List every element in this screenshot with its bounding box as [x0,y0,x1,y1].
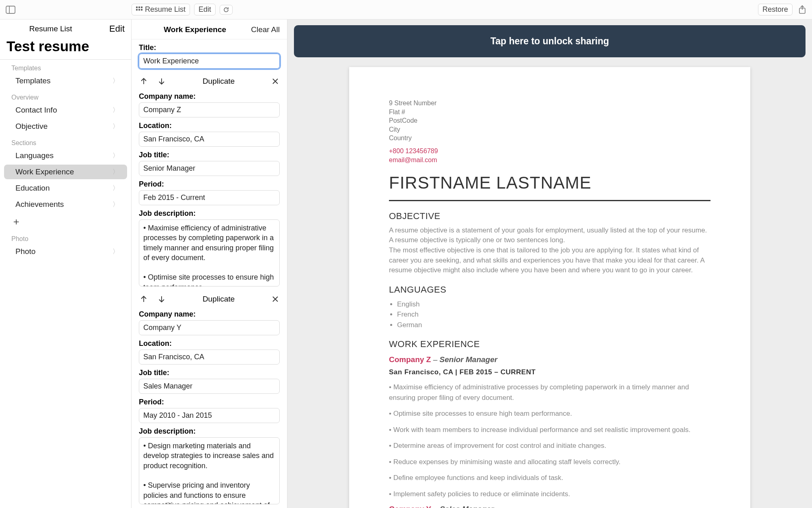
company-input[interactable] [139,320,280,335]
sidebar-edit[interactable]: Edit [109,24,125,34]
svg-rect-4 [141,7,143,8]
chevron-right-icon: 〉 [112,200,119,209]
label-period: Period: [132,394,287,408]
unlock-sharing-banner[interactable]: Tap here to unlock sharing [294,25,806,57]
grid-icon [136,7,143,13]
chevron-right-icon: 〉 [112,184,119,193]
language-item: French [397,309,710,320]
move-up-button[interactable] [140,77,148,85]
restore-button[interactable]: Restore [758,4,793,15]
job-title-input[interactable] [139,379,280,394]
job-role: Senior Manager [440,355,498,364]
sidebar-item-achievements[interactable]: Achievements 〉 [4,197,127,212]
group-sections: Sections [0,135,131,148]
sidebar-item-templates[interactable]: Templates 〉 [4,74,127,88]
add-section-button[interactable]: ＋ [0,213,131,230]
duplicate-button[interactable]: Duplicate [203,295,235,304]
period-input[interactable] [139,408,280,423]
job-company: Company Z [389,355,431,364]
edit-button[interactable]: Edit [194,4,216,15]
sidebar-item-objective[interactable]: Objective 〉 [4,119,127,134]
editor-title: Work Experience [164,25,226,34]
sidebar-toggle-icon[interactable] [6,6,15,14]
group-photo: Photo [0,230,131,243]
chevron-right-icon: 〉 [112,152,119,160]
job-company: Company Y [389,505,431,508]
chevron-right-icon: 〉 [112,77,119,85]
svg-rect-2 [136,7,138,8]
svg-rect-7 [141,9,143,11]
label-location: Location: [132,335,287,350]
language-item: German [397,320,710,330]
job-locdate: San Francisco, CA | FEB 2015 – CURRENT [389,368,710,376]
editor-panel: Work Experience Clear All Title: Duplica… [132,20,287,508]
job-title-input[interactable] [139,161,280,176]
duplicate-button[interactable]: Duplicate [203,77,235,86]
sidebar-list-label[interactable]: Resume List [29,24,72,33]
languages-list: English French German [389,299,710,330]
company-input[interactable] [139,102,280,117]
section-objective-title: OBJECTIVE [389,211,710,221]
sidebar-item-education[interactable]: Education 〉 [4,181,127,195]
period-input[interactable] [139,190,280,205]
email: email@mail.com [389,156,710,165]
bullet: Implement safety policies to reduce or e… [389,489,710,499]
move-down-button[interactable] [158,77,166,85]
title-input[interactable] [139,54,280,69]
delete-entry-button[interactable] [272,295,279,303]
chevron-right-icon: 〉 [112,122,119,131]
sidebar: Resume List Edit Test resume Templates T… [0,20,132,508]
label-period: Period: [132,176,287,190]
resume-page: 9 Street Number Flat # PostCode City Cou… [349,67,750,508]
label-job-desc: Job description: [132,423,287,437]
location-input[interactable] [139,132,280,147]
label-company: Company name: [132,306,287,320]
svg-rect-0 [6,6,15,13]
bullet: Determine areas of improvement for cost … [389,441,710,451]
job-desc-input[interactable]: • Design marketing materials and develop… [139,437,280,504]
address-line: Country [389,134,710,143]
section-work-title: WORK EXPERIENCE [389,339,710,350]
share-icon[interactable] [798,5,806,15]
preview-area: Tap here to unlock sharing 9 Street Numb… [287,20,812,508]
job-role: Sales Manager [440,505,494,508]
label-job-title: Job title: [132,147,287,161]
clear-all-button[interactable]: Clear All [251,25,280,34]
sidebar-item-languages[interactable]: Languages 〉 [4,148,127,163]
refresh-button[interactable] [220,5,233,15]
plus-icon: ＋ [11,216,21,227]
objective-body: A resume objective is a statement of you… [389,226,710,276]
sidebar-item-photo[interactable]: Photo 〉 [4,244,127,259]
sidebar-item-contact-info[interactable]: Contact Info 〉 [4,103,127,117]
resume-list-label: Resume List [145,5,186,14]
chevron-right-icon: 〉 [112,106,119,115]
resume-title: Test resume [0,37,131,60]
section-languages-title: LANGUAGES [389,284,710,295]
chevron-right-icon: 〉 [112,168,119,176]
move-down-button[interactable] [158,295,166,303]
label-company: Company name: [132,88,287,102]
address-line: PostCode [389,116,710,125]
language-item: English [397,299,710,310]
phone: +800 123456789 [389,147,710,156]
bullet: Optimise site processes to ensure high t… [389,408,710,419]
job-header: Company Y – Sales Manager [389,505,710,508]
bullet: Reduce expenses by minimising waste and … [389,457,710,467]
refresh-icon [223,7,229,13]
address-line: City [389,125,710,134]
address-line: Flat # [389,108,710,117]
toolbar: Resume List Edit Restore [0,0,812,20]
sidebar-item-work-experience[interactable]: Work Experience 〉 [4,165,127,179]
location-input[interactable] [139,350,280,365]
label-job-desc: Job description: [132,205,287,219]
move-up-button[interactable] [140,295,148,303]
delete-entry-button[interactable] [272,78,279,85]
full-name: FIRSTNAME LASTNAME [389,173,710,193]
divider [389,200,710,201]
bullet: Maximise efficiency of administrative pr… [389,382,710,403]
label-job-title: Job title: [132,365,287,379]
resume-list-button[interactable]: Resume List [132,4,190,15]
svg-rect-6 [138,9,140,11]
job-bullets: Maximise efficiency of administrative pr… [389,382,710,499]
job-desc-input[interactable]: • Maximise efficiency of administrative … [139,219,280,287]
